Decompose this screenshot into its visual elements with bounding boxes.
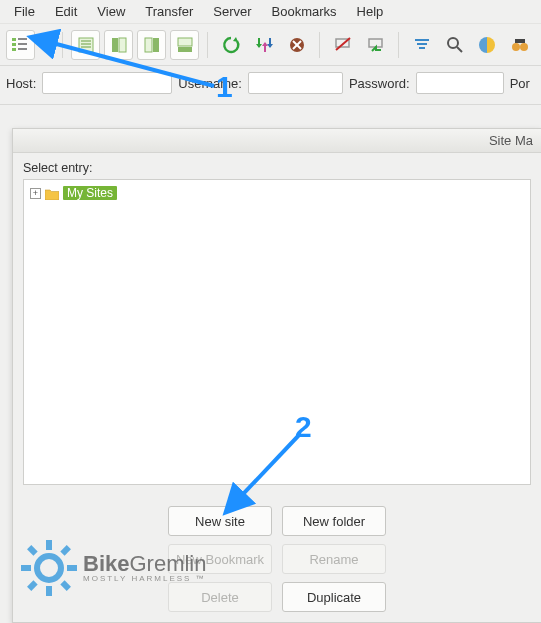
menubar: File Edit View Transfer Server Bookmarks… bbox=[0, 0, 541, 24]
reconnect-button[interactable] bbox=[361, 30, 390, 60]
dialog-button-area: New site New folder New Bookmark Rename … bbox=[13, 498, 541, 622]
dialog-title: Site Ma bbox=[489, 133, 533, 148]
site-manager-dropdown[interactable] bbox=[41, 38, 54, 52]
menu-transfer[interactable]: Transfer bbox=[135, 1, 203, 22]
host-label: Host: bbox=[6, 76, 36, 91]
dialog-titlebar: Site Ma bbox=[13, 129, 541, 153]
split-left-icon bbox=[110, 36, 128, 54]
filter-icon bbox=[412, 35, 432, 55]
svg-rect-14 bbox=[178, 38, 192, 46]
port-label: Por bbox=[510, 76, 530, 91]
duplicate-button[interactable]: Duplicate bbox=[282, 582, 386, 612]
username-input[interactable] bbox=[248, 72, 343, 94]
toggle-log-button[interactable] bbox=[71, 30, 100, 60]
annotation-number-2: 2 bbox=[295, 410, 312, 444]
disconnect-button[interactable] bbox=[328, 30, 357, 60]
split-bottom-icon bbox=[176, 36, 194, 54]
toolbar-separator bbox=[62, 32, 63, 58]
queue-arrows-icon bbox=[254, 35, 274, 55]
site-manager-button[interactable] bbox=[6, 30, 35, 60]
quickconnect-bar: Host: Username: Password: Por bbox=[0, 66, 541, 105]
menu-view[interactable]: View bbox=[87, 1, 135, 22]
svg-rect-29 bbox=[515, 39, 525, 43]
new-folder-button[interactable]: New folder bbox=[282, 506, 386, 536]
chevron-down-icon bbox=[43, 40, 53, 50]
svg-rect-0 bbox=[12, 38, 16, 41]
new-bookmark-button: New Bookmark bbox=[168, 544, 272, 574]
expand-toggle[interactable]: + bbox=[30, 188, 41, 199]
refresh-button[interactable] bbox=[216, 30, 245, 60]
new-site-button[interactable]: New site bbox=[168, 506, 272, 536]
sync-browse-button[interactable] bbox=[506, 30, 535, 60]
menu-file[interactable]: File bbox=[4, 1, 45, 22]
menu-help[interactable]: Help bbox=[347, 1, 394, 22]
filter-button[interactable] bbox=[407, 30, 436, 60]
compare-button[interactable] bbox=[473, 30, 502, 60]
svg-rect-23 bbox=[417, 43, 427, 45]
svg-rect-13 bbox=[153, 38, 159, 52]
svg-line-20 bbox=[336, 38, 350, 50]
reconnect-icon bbox=[366, 35, 386, 55]
select-entry-label: Select entry: bbox=[23, 161, 531, 175]
process-queue-button[interactable] bbox=[249, 30, 278, 60]
svg-point-28 bbox=[520, 43, 528, 51]
svg-line-26 bbox=[457, 47, 462, 52]
host-input[interactable] bbox=[42, 72, 172, 94]
password-input[interactable] bbox=[416, 72, 504, 94]
split-right-icon bbox=[143, 36, 161, 54]
svg-rect-22 bbox=[415, 39, 429, 41]
toolbar-separator bbox=[398, 32, 399, 58]
server-list-icon bbox=[10, 35, 30, 55]
tree-root-label: My Sites bbox=[63, 186, 117, 200]
tree-root-row[interactable]: + My Sites bbox=[30, 184, 524, 202]
toolbar-separator bbox=[319, 32, 320, 58]
menu-bookmarks[interactable]: Bookmarks bbox=[262, 1, 347, 22]
binoculars-icon bbox=[510, 35, 530, 55]
svg-rect-10 bbox=[112, 38, 118, 52]
svg-rect-6 bbox=[79, 38, 93, 52]
svg-rect-24 bbox=[419, 47, 425, 49]
rename-button: Rename bbox=[282, 544, 386, 574]
cancel-button[interactable] bbox=[282, 30, 311, 60]
svg-rect-15 bbox=[178, 47, 192, 52]
page-lines-icon bbox=[77, 36, 95, 54]
folder-icon bbox=[45, 188, 59, 199]
annotation-number-1: 1 bbox=[216, 70, 233, 104]
svg-rect-4 bbox=[18, 43, 27, 45]
svg-rect-2 bbox=[12, 48, 16, 51]
cancel-icon bbox=[288, 36, 306, 54]
toggle-remote-tree-button[interactable] bbox=[137, 30, 166, 60]
search-icon bbox=[445, 35, 465, 55]
svg-rect-12 bbox=[145, 38, 152, 52]
disconnect-icon bbox=[333, 35, 353, 55]
compare-icon bbox=[477, 35, 497, 55]
password-label: Password: bbox=[349, 76, 410, 91]
toggle-local-tree-button[interactable] bbox=[104, 30, 133, 60]
toggle-queue-button[interactable] bbox=[170, 30, 199, 60]
svg-rect-5 bbox=[18, 48, 27, 50]
svg-rect-1 bbox=[12, 43, 16, 46]
search-button[interactable] bbox=[440, 30, 469, 60]
delete-button: Delete bbox=[168, 582, 272, 612]
svg-point-27 bbox=[512, 43, 520, 51]
menu-server[interactable]: Server bbox=[203, 1, 261, 22]
svg-point-25 bbox=[448, 38, 458, 48]
entry-tree[interactable]: + My Sites bbox=[23, 179, 531, 485]
toolbar-separator bbox=[207, 32, 208, 58]
svg-rect-3 bbox=[18, 38, 27, 40]
refresh-icon bbox=[221, 35, 241, 55]
menu-edit[interactable]: Edit bbox=[45, 1, 87, 22]
site-manager-dialog: Site Ma Select entry: + My Sites New sit… bbox=[12, 128, 541, 623]
svg-rect-21 bbox=[369, 39, 382, 47]
svg-rect-11 bbox=[119, 38, 126, 52]
toolbar bbox=[0, 24, 541, 66]
